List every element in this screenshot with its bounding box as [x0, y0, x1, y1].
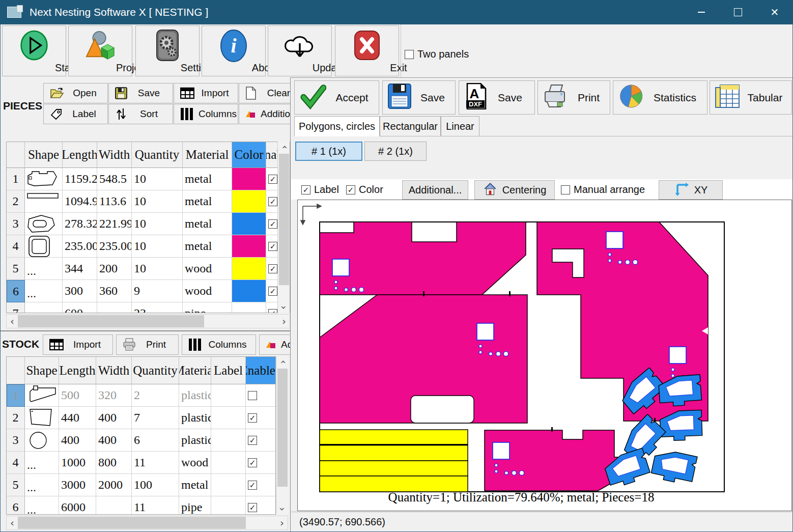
- save-layout-button[interactable]: Save: [382, 80, 456, 115]
- enabled-checkbox[interactable]: [268, 197, 277, 206]
- enabled-checkbox[interactable]: [248, 481, 257, 490]
- cell[interactable]: [246, 384, 276, 407]
- enabled-checkbox[interactable]: [268, 242, 277, 251]
- column-header-enabled[interactable]: Enabled: [246, 357, 276, 384]
- label-checkbox[interactable]: Label: [301, 184, 339, 195]
- centering-button[interactable]: Centering: [474, 180, 555, 200]
- stock-horizontal-scrollbar[interactable]: ‹ ›: [6, 516, 288, 530]
- column-header-material[interactable]: Material: [183, 142, 232, 168]
- project-button[interactable]: Project: [68, 25, 132, 76]
- scroll-left-icon[interactable]: ‹: [7, 315, 18, 327]
- column-header-num[interactable]: [7, 357, 25, 384]
- column-header-num[interactable]: [7, 142, 25, 168]
- scroll-up-icon[interactable]: ›: [277, 356, 288, 368]
- pieces-table[interactable]: ShapeLengthWidthQuantityMaterialColorEna…: [6, 142, 290, 313]
- pieces-vertical-scrollbar[interactable]: › ›: [277, 142, 290, 313]
- accept-button[interactable]: Accept: [294, 80, 379, 115]
- about-button[interactable]: i About: [202, 25, 266, 76]
- enabled-checkbox[interactable]: [248, 436, 257, 445]
- scroll-thumb[interactable]: [18, 517, 246, 529]
- cell[interactable]: [246, 496, 276, 515]
- table-row[interactable]: 21094.9113.610metal: [7, 190, 290, 213]
- table-row[interactable]: 5...30002000100metal: [7, 474, 275, 496]
- tab-polygons-circles[interactable]: Polygons, circles: [294, 116, 380, 136]
- scroll-up-icon[interactable]: ›: [278, 142, 290, 153]
- table-row[interactable]: 11159.2548.510metal: [7, 168, 290, 190]
- table-row[interactable]: 6...3003609wood: [7, 280, 290, 302]
- table-row[interactable]: 24404007plastic: [7, 407, 275, 429]
- settings-button[interactable]: Settings: [135, 25, 200, 76]
- updates-button[interactable]: Updates: [268, 25, 332, 76]
- manual-arrange-box[interactable]: [561, 185, 570, 194]
- column-header-color[interactable]: Color: [232, 142, 266, 168]
- scroll-right-icon[interactable]: ›: [278, 315, 290, 327]
- column-header-shape[interactable]: Shape: [25, 357, 59, 384]
- table-row[interactable]: 6...600011pipe: [7, 496, 275, 515]
- enabled-checkbox[interactable]: [268, 175, 277, 184]
- cell[interactable]: [246, 452, 276, 474]
- stock-columns-button[interactable]: Columns: [182, 334, 256, 355]
- pieces-label-button[interactable]: Label: [43, 104, 108, 124]
- cell[interactable]: [246, 429, 276, 452]
- exit-button[interactable]: Exit: [335, 25, 399, 76]
- stock-print-button[interactable]: Print: [116, 334, 179, 355]
- stock-table[interactable]: ShapeLengthWidthQuantityMaterialLabelEna…: [6, 356, 276, 515]
- additional-options-button[interactable]: Additional...: [402, 180, 468, 200]
- table-row[interactable]: 3278.32221.9910metal: [7, 213, 290, 235]
- table-row[interactable]: 34004006plastic: [7, 429, 275, 452]
- enabled-checkbox[interactable]: [248, 391, 257, 400]
- cell[interactable]: [246, 474, 276, 496]
- column-header-length[interactable]: Length: [63, 142, 97, 168]
- enabled-checkbox[interactable]: [248, 413, 257, 423]
- xy-button[interactable]: XY: [659, 180, 723, 200]
- color-checkbox[interactable]: Color: [346, 184, 383, 195]
- manual-arrange-checkbox[interactable]: Manual arrange: [561, 184, 645, 195]
- tab-rectangular[interactable]: Rectangular: [380, 116, 441, 136]
- label-box[interactable]: [301, 185, 310, 194]
- two-panels-checkbox[interactable]: Two panels: [405, 48, 469, 60]
- enabled-checkbox[interactable]: [268, 287, 277, 296]
- enabled-checkbox[interactable]: [268, 219, 277, 229]
- scroll-down-icon[interactable]: ›: [278, 302, 290, 314]
- two-panels-box[interactable]: [405, 50, 414, 59]
- tab-linear[interactable]: Linear: [441, 116, 479, 136]
- pieces-sort-button[interactable]: Sort: [108, 104, 173, 124]
- color-box[interactable]: [346, 185, 355, 194]
- tabular-button[interactable]: Tabular: [710, 80, 792, 115]
- stock-import-button[interactable]: Import: [43, 334, 113, 355]
- stock-additional-button[interactable]: Additional: [259, 334, 291, 355]
- statistics-button[interactable]: Statistics: [613, 80, 707, 115]
- scroll-right-icon[interactable]: ›: [276, 517, 288, 529]
- pieces-columns-button[interactable]: Columns: [174, 104, 238, 124]
- enabled-checkbox[interactable]: [268, 264, 277, 273]
- pieces-horizontal-scrollbar[interactable]: ‹ ›: [6, 314, 290, 328]
- close-button[interactable]: ✕: [756, 0, 793, 24]
- start-button[interactable]: Start: [2, 25, 66, 76]
- enabled-checkbox[interactable]: [248, 458, 257, 467]
- pieces-save-button[interactable]: Save: [108, 83, 173, 103]
- stock-vertical-scrollbar[interactable]: › ›: [276, 356, 288, 515]
- scroll-left-icon[interactable]: ‹: [7, 517, 18, 529]
- table-row[interactable]: 15003202plastic: [7, 384, 275, 407]
- print-layout-button[interactable]: Print: [537, 80, 610, 115]
- column-header-width[interactable]: Width: [97, 142, 132, 168]
- table-row[interactable]: 5...34420010wood: [7, 258, 290, 280]
- pieces-clear-button[interactable]: Clear: [239, 83, 291, 103]
- maximize-button[interactable]: [720, 0, 756, 24]
- table-row[interactable]: 4235.00235.0010metal: [7, 235, 290, 258]
- minimize-button[interactable]: [683, 0, 720, 24]
- pieces-import-button[interactable]: Import: [174, 83, 238, 103]
- pieces-open-button[interactable]: Open: [43, 83, 108, 103]
- table-row[interactable]: 4...100080011wood: [7, 452, 275, 474]
- enabled-checkbox[interactable]: [268, 309, 277, 314]
- column-header-material[interactable]: Material: [179, 357, 211, 384]
- sheet-tab-1[interactable]: # 1 (1x): [295, 142, 362, 161]
- column-header-quantity[interactable]: Quantity: [132, 142, 183, 168]
- cell[interactable]: [246, 407, 276, 429]
- column-header-quantity[interactable]: Quantity: [132, 357, 179, 384]
- column-header-label[interactable]: Label: [211, 357, 246, 384]
- column-header-width[interactable]: Width: [96, 357, 132, 384]
- nesting-canvas[interactable]: [297, 200, 792, 511]
- table-row[interactable]: 7...60023pipe: [7, 302, 290, 313]
- save-dxf-button[interactable]: ADXF Save: [459, 80, 535, 115]
